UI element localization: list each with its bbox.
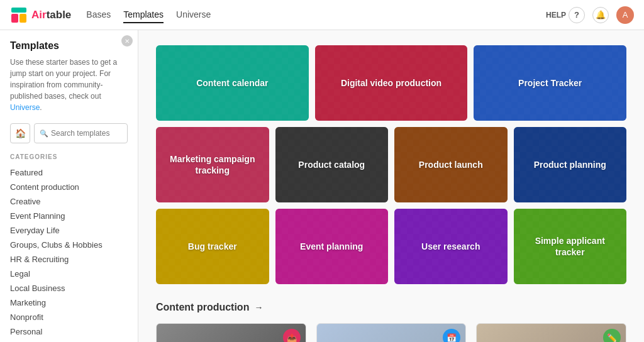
content-production-section-heading: Content production → bbox=[156, 302, 626, 313]
content-card-image-social-media-calendar: 📅 bbox=[317, 324, 466, 342]
category-item-content-production[interactable]: Content production bbox=[10, 180, 128, 194]
search-icon: 🔍 bbox=[40, 130, 48, 138]
category-item-creative[interactable]: Creative bbox=[10, 194, 128, 209]
category-item-local-business[interactable]: Local Business bbox=[10, 281, 128, 295]
section-arrow[interactable]: → bbox=[254, 302, 263, 312]
svg-rect-0 bbox=[11, 14, 18, 23]
nav-links: Bases Templates Universe bbox=[86, 7, 211, 23]
template-card-label-product-launch: Product launch bbox=[419, 159, 483, 170]
search-input[interactable] bbox=[51, 129, 122, 138]
content-card-social-media-calendar[interactable]: 📅 Social Media Calendar Your content alw… bbox=[316, 323, 467, 342]
category-item-nonprofit[interactable]: Nonprofit bbox=[10, 310, 128, 324]
template-card-product-planning[interactable]: Product planning bbox=[514, 127, 627, 202]
sidebar-home-button[interactable]: 🏠 bbox=[10, 123, 30, 143]
svg-rect-2 bbox=[11, 8, 26, 13]
category-item-pr---communications[interactable]: PR & Communications bbox=[10, 339, 128, 342]
content-card-image-digital-video-prod: 📤 bbox=[157, 324, 306, 342]
help-icon[interactable]: ? bbox=[569, 7, 585, 23]
template-card-label-digital-video: Digital video production bbox=[341, 77, 441, 89]
sidebar-description: Use these starter bases to get a jump st… bbox=[10, 57, 128, 113]
category-item-legal[interactable]: Legal bbox=[10, 267, 128, 281]
main-layout: ✕ Templates Use these starter bases to g… bbox=[0, 30, 644, 342]
template-card-simple-applicant[interactable]: Simple applicant tracker bbox=[514, 209, 627, 284]
template-card-product-catalog[interactable]: Product catalog bbox=[275, 127, 389, 202]
logo-brand: Airtable bbox=[31, 9, 71, 21]
category-item-event-planning[interactable]: Event Planning bbox=[10, 209, 128, 223]
help-button[interactable]: HELP ? bbox=[546, 7, 585, 23]
top-navigation: Airtable Bases Templates Universe HELP ?… bbox=[0, 0, 644, 30]
category-item-groups--clubs---hobbies[interactable]: Groups, Clubs & Hobbies bbox=[10, 238, 128, 252]
content-card-icon-digital-video-prod: 📤 bbox=[283, 329, 301, 342]
template-card-label-product-catalog: Product catalog bbox=[298, 159, 365, 170]
sidebar-title: Templates bbox=[10, 40, 128, 52]
template-card-label-user-research: User research bbox=[421, 241, 480, 252]
content-card-icon-social-media-calendar: 📅 bbox=[443, 329, 460, 342]
template-card-label-event-planning: Event planning bbox=[300, 241, 363, 252]
main-content: Content calendar Digital video productio… bbox=[138, 30, 644, 342]
nav-universe[interactable]: Universe bbox=[176, 7, 211, 23]
section-title: Content production bbox=[156, 302, 249, 313]
content-card-image-blog-editorial: ✏️ bbox=[477, 324, 626, 342]
featured-templates-section: Content calendar Digital video productio… bbox=[156, 45, 626, 284]
template-card-product-launch[interactable]: Product launch bbox=[394, 127, 508, 202]
sidebar-controls: 🏠 🔍 bbox=[10, 123, 128, 143]
template-card-digital-video[interactable]: Digital video production bbox=[315, 45, 468, 121]
nav-templates[interactable]: Templates bbox=[123, 7, 164, 23]
template-card-content-calendar[interactable]: Content calendar bbox=[156, 45, 309, 121]
notifications-icon[interactable]: 🔔 bbox=[592, 7, 609, 23]
template-card-label-product-planning: Product planning bbox=[534, 159, 606, 170]
avatar[interactable]: A bbox=[616, 6, 634, 24]
logo[interactable]: Airtable bbox=[10, 6, 71, 24]
svg-rect-1 bbox=[19, 14, 26, 23]
sidebar-search-container: 🔍 bbox=[34, 123, 128, 143]
category-item-marketing[interactable]: Marketing bbox=[10, 295, 128, 310]
categories-label: CATEGORIES bbox=[10, 153, 128, 160]
template-card-label-bug-tracker: Bug tracker bbox=[188, 241, 237, 252]
template-card-event-planning[interactable]: Event planning bbox=[275, 209, 389, 284]
sidebar: ✕ Templates Use these starter bases to g… bbox=[0, 30, 138, 342]
content-card-icon-blog-editorial: ✏️ bbox=[603, 329, 621, 342]
template-card-label-project-tracker: Project Tracker bbox=[518, 77, 582, 89]
template-card-bug-tracker[interactable]: Bug tracker bbox=[156, 209, 269, 284]
category-item-hr---recruiting[interactable]: HR & Recruiting bbox=[10, 252, 128, 267]
category-item-featured[interactable]: Featured bbox=[10, 165, 128, 180]
universe-link[interactable]: Universe bbox=[10, 103, 40, 112]
nav-bases[interactable]: Bases bbox=[86, 7, 111, 23]
template-card-label-simple-applicant: Simple applicant tracker bbox=[521, 235, 619, 258]
airtable-logo-icon bbox=[10, 6, 28, 24]
template-card-project-tracker[interactable]: Project Tracker bbox=[474, 45, 626, 121]
template-card-label-marketing-campaign: Marketing campaign tracking bbox=[164, 153, 262, 176]
sidebar-close-button[interactable]: ✕ bbox=[121, 35, 133, 47]
template-card-marketing-campaign[interactable]: Marketing campaign tracking bbox=[156, 127, 269, 202]
content-cards-grid: 📤 Digital video production Video product… bbox=[156, 323, 626, 342]
category-item-everyday-life[interactable]: Everyday Life bbox=[10, 223, 128, 238]
category-item-personal[interactable]: Personal bbox=[10, 324, 128, 339]
categories-list: FeaturedContent productionCreativeEvent … bbox=[10, 165, 128, 342]
content-card-digital-video-prod[interactable]: 📤 Digital video production Video product… bbox=[156, 323, 306, 342]
template-card-label-content-calendar: Content calendar bbox=[196, 77, 268, 89]
content-card-blog-editorial[interactable]: ✏️ Blog Editorial Calendar Editorial cal… bbox=[476, 323, 626, 342]
template-card-user-research[interactable]: User research bbox=[394, 209, 508, 284]
nav-right: HELP ? 🔔 A bbox=[546, 6, 634, 24]
